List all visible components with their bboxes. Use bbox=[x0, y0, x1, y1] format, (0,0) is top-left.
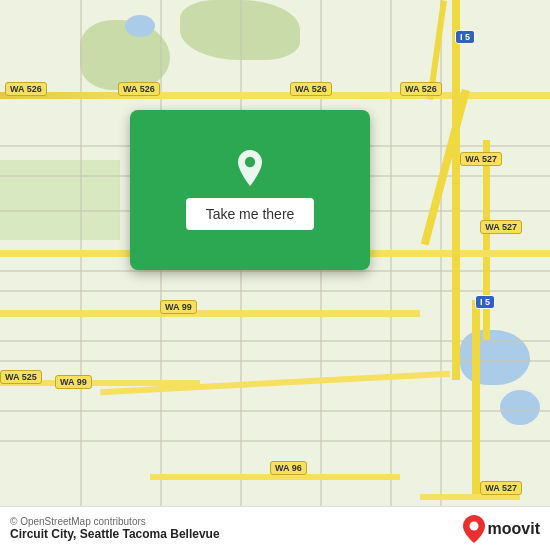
grid-road bbox=[80, 0, 82, 550]
wa527-road bbox=[483, 140, 490, 340]
grid-road bbox=[0, 410, 550, 412]
wa527-bottom-label: WA 527 bbox=[480, 481, 522, 495]
wa526-label-2: WA 526 bbox=[118, 82, 160, 96]
grid-road bbox=[0, 290, 550, 292]
bottom-bar: © OpenStreetMap contributors Circuit Cit… bbox=[0, 506, 550, 550]
location-title: Circuit City, Seattle Tacoma Bellevue bbox=[10, 527, 220, 541]
wa527-label-mid: WA 527 bbox=[480, 220, 522, 234]
grid-road bbox=[0, 340, 550, 342]
wa526-label-1: WA 526 bbox=[5, 82, 47, 96]
grid-road bbox=[160, 0, 162, 550]
moovit-text: moovit bbox=[488, 520, 540, 538]
grid-road bbox=[240, 0, 242, 550]
wa526-label-4: WA 526 bbox=[400, 82, 442, 96]
moovit-pin-icon bbox=[463, 515, 485, 543]
wa525-label: WA 525 bbox=[0, 370, 42, 384]
wa527-label-top: WA 527 bbox=[460, 152, 502, 166]
moovit-logo: moovit bbox=[463, 515, 540, 543]
water-2 bbox=[460, 330, 530, 385]
take-me-there-button[interactable]: Take me there bbox=[186, 198, 315, 230]
location-popup: Take me there bbox=[130, 110, 370, 270]
i5-label-top: I 5 bbox=[455, 30, 475, 44]
svg-point-1 bbox=[469, 521, 478, 530]
wa99-lower-road bbox=[0, 310, 420, 317]
i5-lower-road bbox=[472, 300, 480, 500]
wa526-label-3: WA 526 bbox=[290, 82, 332, 96]
wa96-label: WA 96 bbox=[270, 461, 307, 475]
grid-road bbox=[0, 440, 550, 442]
location-pin-icon bbox=[232, 150, 268, 186]
grid-road bbox=[0, 270, 550, 272]
grid-road bbox=[390, 0, 392, 550]
water-1 bbox=[125, 15, 155, 37]
bottom-info: © OpenStreetMap contributors Circuit Cit… bbox=[10, 516, 220, 541]
water-3 bbox=[500, 390, 540, 425]
map-container: WA 526 WA 526 WA 526 WA 526 WA 527 WA 52… bbox=[0, 0, 550, 550]
i5-road bbox=[452, 0, 460, 380]
attribution-text: © OpenStreetMap contributors bbox=[10, 516, 220, 527]
svg-point-0 bbox=[245, 157, 255, 167]
wa99-label-lower: WA 99 bbox=[160, 300, 197, 314]
grid-road bbox=[0, 360, 550, 362]
wa99-label-lower2: WA 99 bbox=[55, 375, 92, 389]
i5-label-lower: I 5 bbox=[475, 295, 495, 309]
light-area bbox=[0, 160, 120, 240]
